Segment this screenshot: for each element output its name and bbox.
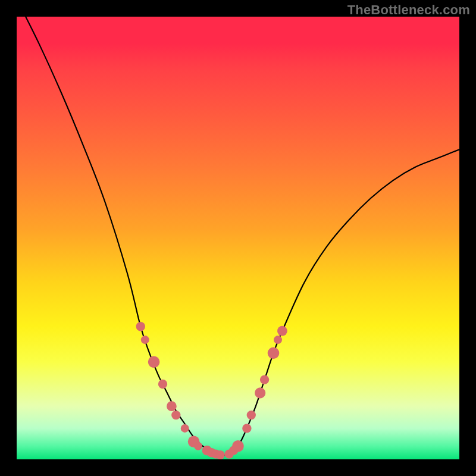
data-marker: [277, 326, 287, 336]
data-marker: [247, 411, 256, 419]
data-marker: [260, 375, 269, 384]
data-marker: [136, 322, 145, 331]
data-marker: [232, 440, 244, 452]
data-marker: [181, 424, 189, 433]
data-marker: [242, 424, 251, 433]
data-marker: [216, 450, 225, 459]
data-marker: [268, 347, 280, 359]
data-marker: [148, 356, 160, 368]
marker-group: [136, 322, 287, 459]
data-marker: [194, 442, 202, 450]
data-marker: [141, 336, 149, 344]
curve-layer: [17, 17, 459, 459]
data-marker: [274, 336, 282, 344]
bottleneck-curve: [17, 17, 459, 455]
watermark-text: TheBottleneck.com: [347, 2, 470, 18]
data-marker: [171, 411, 180, 419]
data-marker: [255, 387, 265, 398]
data-marker: [167, 401, 177, 411]
data-marker: [158, 380, 167, 389]
plot-area: [17, 17, 459, 459]
chart-frame: TheBottleneck.com: [0, 0, 476, 476]
